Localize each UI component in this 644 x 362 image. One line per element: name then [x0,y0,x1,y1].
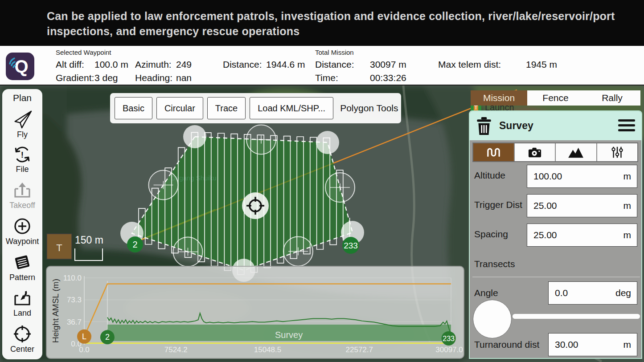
tab-fence[interactable]: Fence [527,90,584,106]
sidebar-item-pattern[interactable]: Pattern [9,253,35,282]
chart-y-axis-title: Height AMSL (m) [51,275,61,346]
svg-text:2: 2 [132,240,137,249]
sidebar-item-fly[interactable]: Fly [12,110,33,139]
add-waypoint-icon [13,217,32,236]
x-tick-label: 15048.5 [254,346,281,354]
sidebar-label-pattern: Pattern [9,273,35,282]
y-tick-label: 110.0 [63,274,82,282]
polygon-edge-split-handle[interactable] [325,173,355,202]
top-banner: Can be applied to law enforcement patrol… [0,0,644,46]
svg-text:2: 2 [105,333,110,342]
polygon-tools-label: Polygon Tools [337,103,398,114]
angle-input[interactable]: 0.0 deg [548,281,637,305]
svg-text:233: 233 [443,335,455,342]
survey-option-tabs [472,142,638,162]
takeoff-marker[interactable]: T [47,234,72,259]
polygon-vertex-handle[interactable] [316,131,339,154]
y-tick-label: 36.7 [67,318,82,326]
tab-mission[interactable]: Mission [471,90,527,106]
polygon-edge-split-handle[interactable] [283,237,313,266]
sidebar-label-takeoff: Takeoff [9,201,35,210]
sliders-icon [611,146,624,159]
altitude-input[interactable]: 100.00 m [527,165,637,188]
survey-panel-header: Survey [470,111,641,140]
banner-text-line2: inspections, and emergency rescue operat… [47,25,299,38]
gradient-value: 3 deg [94,73,118,83]
waypoint-marker-233[interactable]: 233 [342,237,359,254]
sidebar-label-file: File [16,165,29,174]
section-divider [472,277,640,277]
sidebar-title: Plan [13,93,32,103]
trace-button[interactable]: Trace [207,97,246,119]
spacing-input[interactable]: 25.00 m [527,224,637,247]
mission-status-header: Q Selected Waypoint Alt diff: 100.0 m Gr… [0,46,644,85]
camera-icon [527,146,542,159]
plan-sidebar: Plan Fly ! File Takeoff [2,89,42,359]
azimuth-label: Azimuth: [135,59,172,70]
tab-terrain[interactable] [556,143,596,161]
tab-rally[interactable]: Rally [584,90,640,106]
angle-label: Angle [474,288,498,298]
max-telem-label: Max telem dist: [438,59,501,70]
chart-marker-L: L [77,329,91,344]
banner-text-line1: Can be applied to law enforcement patrol… [47,10,615,23]
app-logo: Q [5,52,35,81]
wp-distance-value: 1944.6 m [266,59,305,70]
y-tick-label: 73.3 [67,296,82,304]
sidebar-label-fly: Fly [17,130,28,139]
mission-distance-value: 30097 m [370,59,406,70]
app-window: { "banner": { "line1": "Can be applied t… [0,0,644,362]
sidebar-item-land[interactable]: Land [12,289,32,318]
plan-view-tabs: Mission Fence Rally [471,90,640,106]
altitude-label: Altitude [474,170,505,181]
map-workspace: Degang Shuiku 2 [0,85,644,362]
transect-grid-icon [486,146,501,159]
max-telem-value: 1945 m [526,59,557,70]
survey-settings-panel: Survey [469,110,642,359]
sidebar-label-waypoint: Waypoint [6,237,39,246]
svg-text:T: T [56,242,62,253]
svg-text:!: ! [21,150,24,160]
circular-button[interactable]: Circular [156,97,203,119]
svg-text:L: L [82,332,86,341]
elevation-profile-panel: Height AMSL (m) Survey110.073.336.70.00.… [46,266,464,359]
alt-diff-label: Alt diff: [56,59,84,70]
x-tick-label: 7524.2 [164,346,188,354]
load-kml-shp-button[interactable]: Load KML/SHP... [250,97,333,119]
waypoint-marker-2[interactable]: 2 [127,236,143,252]
polygon-edge-split-handle[interactable] [246,125,276,155]
angle-slider[interactable] [513,314,640,319]
mission-distance-label: Distance: [315,59,354,70]
heading-value: nan [176,73,192,83]
polygon-center-handle[interactable] [242,192,269,219]
sidebar-item-center[interactable]: Center [10,325,34,354]
gradient-label: Gradient: [56,73,94,83]
azimuth-value: 249 [176,59,192,70]
polygon-edge-split-handle[interactable] [149,171,178,200]
turnaround-dist-label: Turnaround dist [474,339,539,350]
x-tick-label: 30097.0 [435,346,463,354]
polygon-vertex-handle[interactable] [183,125,206,148]
paper-plane-icon [12,110,33,129]
land-icon [12,289,32,307]
turnaround-dist-input[interactable]: 30.00 m [548,333,637,356]
elevation-profile-chart: Survey110.073.336.70.00.07524.215048.522… [47,267,464,358]
sidebar-item-file[interactable]: ! File [13,146,32,174]
basic-button[interactable]: Basic [115,97,152,119]
angle-slider-knob[interactable] [473,300,512,338]
sidebar-item-waypoint[interactable]: Waypoint [6,217,39,246]
svg-text:Q: Q [14,57,28,76]
tab-camera[interactable] [515,143,555,161]
tab-grid[interactable] [473,143,514,161]
x-tick-label: 22572.7 [346,346,373,354]
wp-distance-label: Distance: [223,59,262,70]
polygon-edge-split-handle[interactable] [173,237,203,267]
trigger-dist-input[interactable]: 25.00 m [527,194,637,217]
survey-menu-icon[interactable] [618,119,635,132]
mission-time-label: Time: [315,73,338,83]
trigger-dist-label: Trigger Dist [474,199,522,210]
sidebar-item-takeoff[interactable]: Takeoff [9,181,35,210]
tab-stats[interactable] [597,143,638,161]
delete-survey-icon[interactable] [475,116,493,136]
chart-marker-233: 233 [442,331,456,346]
